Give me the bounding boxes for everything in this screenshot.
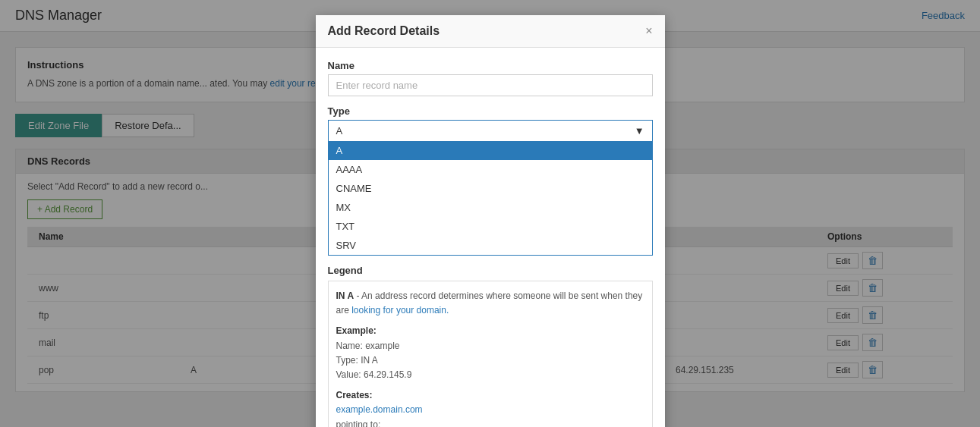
dropdown-option-txt[interactable]: TXT [329, 217, 652, 236]
dropdown-option-aaaa[interactable]: AAAA [329, 160, 652, 179]
dropdown-option-a[interactable]: A [329, 141, 652, 160]
example-name: Name: example [336, 339, 644, 353]
chevron-down-icon: ▼ [635, 125, 644, 137]
dropdown-option-cname[interactable]: CNAME [329, 179, 652, 198]
name-label: Name [328, 60, 653, 71]
type-select[interactable]: A ▼ [328, 120, 653, 142]
modal-close-button[interactable]: × [645, 25, 652, 37]
type-label: Type [328, 105, 653, 117]
legend-in-a: IN A [336, 290, 355, 301]
type-selected-value: A [336, 125, 343, 137]
creates-pointing-to: pointing to: [336, 418, 644, 428]
legend-box: IN A - An address record determines wher… [328, 281, 653, 427]
modal-title: Add Record Details [328, 24, 440, 38]
creates-link: example.domain.com [336, 403, 644, 417]
dropdown-option-mx[interactable]: MX [329, 198, 652, 217]
example-title: Example: [336, 324, 644, 338]
type-dropdown: A AAAA CNAME MX TXT SRV [328, 141, 653, 256]
example-type: Type: IN A [336, 353, 644, 368]
modal-overlay: Add Record Details × Name Type A ▼ A AAA… [0, 0, 980, 427]
dropdown-option-srv[interactable]: SRV [329, 236, 652, 255]
legend-title: Legend [328, 265, 653, 276]
name-input[interactable] [328, 74, 653, 96]
add-record-modal: Add Record Details × Name Type A ▼ A AAA… [316, 15, 665, 427]
creates-title: Creates: [336, 388, 644, 403]
example-value: Value: 64.29.145.9 [336, 368, 644, 382]
legend-blue-desc: looking for your domain. [351, 305, 449, 316]
